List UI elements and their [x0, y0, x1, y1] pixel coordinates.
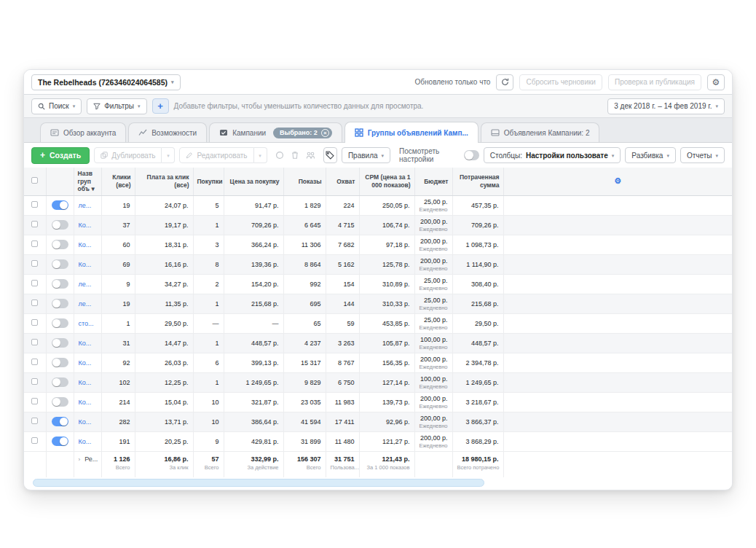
row-checkbox[interactable] — [31, 260, 38, 267]
tab-campaigns[interactable]: Кампании Выбрано: 2 × — [209, 122, 342, 142]
row-checkbox[interactable] — [31, 221, 38, 227]
search-button[interactable]: Поиск ▾ — [31, 98, 82, 114]
column-header-cpc[interactable]: Плата за клик (все) — [135, 168, 193, 195]
filter-placeholder-text: Добавьте фильтры, чтобы уменьшить количе… — [174, 102, 424, 110]
audience-icon[interactable] — [306, 151, 315, 160]
settings-button[interactable]: ⚙ — [707, 74, 725, 90]
row-checkbox[interactable] — [31, 300, 38, 306]
rules-button[interactable]: Правила ▾ — [342, 147, 390, 163]
column-header-purchases[interactable]: Покупки — [193, 168, 224, 195]
review-publish-button[interactable]: Проверка и публикация — [608, 74, 701, 90]
adset-status-toggle[interactable] — [52, 299, 68, 308]
column-header-cpm[interactable]: CPM (цена за 1 000 показов) — [359, 168, 414, 195]
cpm-cell: 156,35 р. — [359, 353, 414, 372]
adset-name-link[interactable]: ле... — [79, 281, 92, 288]
adset-name-link[interactable]: Ко... — [79, 379, 92, 386]
edit-button[interactable]: Редактировать — [179, 147, 253, 163]
horizontal-scrollbar-thumb[interactable] — [33, 479, 484, 487]
selected-count-badge[interactable]: Выбрано: 2 × — [273, 128, 332, 138]
duplicate-button[interactable]: Дублировать — [94, 147, 162, 163]
cpc-cell: 12,25 р. — [135, 372, 193, 392]
row-checkbox[interactable] — [31, 378, 38, 385]
tab-ads[interactable]: Объявления Кампании: 2 — [481, 122, 600, 142]
adset-status-toggle[interactable] — [52, 279, 68, 289]
adset-status-toggle[interactable] — [52, 358, 68, 367]
filters-button[interactable]: Фильтры ▾ — [87, 98, 146, 114]
adset-name-link[interactable]: ле... — [79, 300, 92, 308]
row-checkbox[interactable] — [31, 280, 38, 286]
tab-account-overview[interactable]: Обзор аккаунта — [40, 122, 126, 142]
view-settings-toggle[interactable] — [464, 150, 479, 160]
columns-button[interactable]: Столбцы: Настройки пользовате ▾ — [484, 147, 621, 163]
refresh-button[interactable] — [496, 74, 513, 90]
adset-name-link[interactable]: Ко... — [79, 359, 92, 367]
tag-button[interactable] — [323, 147, 337, 163]
breakdown-button[interactable]: Разбивка ▾ — [625, 147, 676, 163]
adset-status-toggle[interactable] — [52, 318, 68, 328]
column-header-clicks[interactable]: Клики (все) — [101, 168, 135, 195]
date-range-selector[interactable]: 3 дек 2018 г. – 14 фев 2019 г. ▾ — [607, 98, 725, 114]
row-checkbox[interactable] — [31, 437, 38, 444]
tag-icon — [326, 151, 334, 160]
row-checkbox[interactable] — [31, 240, 38, 247]
clear-selection-icon[interactable]: × — [321, 129, 329, 137]
cpm-cell: 97,18 р. — [359, 235, 414, 254]
adset-name-link[interactable]: Ко... — [79, 222, 92, 229]
horizontal-scrollbar-track[interactable] — [24, 477, 732, 489]
cost-per-purchase-cell: — — [224, 313, 283, 333]
add-filter-button[interactable]: + — [152, 98, 169, 114]
adset-name-link[interactable]: сто... — [79, 320, 94, 327]
clicks-cell: 19 — [101, 195, 135, 215]
trash-icon[interactable] — [291, 151, 299, 160]
column-header-reach[interactable]: Охват — [326, 168, 359, 195]
adset-status-toggle[interactable] — [52, 220, 68, 230]
row-checkbox[interactable] — [31, 418, 38, 424]
budget-period-label: Ежедневно — [420, 344, 448, 351]
campaigns-icon — [219, 128, 228, 137]
tab-opportunities[interactable]: Возможности — [128, 122, 207, 142]
row-checkbox[interactable] — [31, 201, 38, 208]
cpc-cell: 13,71 р. — [135, 412, 193, 431]
impressions-cell: 1 829 — [283, 195, 326, 215]
customize-columns-gear-icon[interactable]: ⚙ — [614, 176, 621, 185]
adset-name-link[interactable]: ле... — [79, 202, 92, 209]
adset-status-toggle[interactable] — [52, 259, 68, 269]
totals-label[interactable]: ›Ре... — [74, 451, 101, 477]
cpm-cell: 105,87 р. — [359, 333, 414, 353]
row-checkbox[interactable] — [31, 359, 38, 365]
column-header-budget[interactable]: Бюджет — [414, 168, 452, 195]
reports-button[interactable]: Отчеты ▾ — [680, 147, 725, 163]
adset-status-toggle[interactable] — [52, 397, 68, 407]
adset-status-toggle[interactable] — [52, 377, 68, 387]
adset-status-toggle[interactable] — [52, 338, 68, 348]
create-button[interactable]: + Создать — [31, 147, 90, 164]
adset-status-toggle[interactable] — [52, 437, 68, 446]
adset-name-link[interactable]: Ко... — [79, 340, 92, 347]
adset-name-link[interactable]: Ко... — [79, 418, 92, 426]
account-selector[interactable]: The Rebelheads (726346024064585) ▾ — [31, 74, 181, 90]
edit-dropdown[interactable]: ▾ — [254, 147, 267, 163]
adset-status-toggle[interactable] — [52, 240, 68, 249]
tab-ad-sets[interactable]: Группы объявлений Камп... — [344, 122, 479, 143]
chevron-down-icon: ▾ — [73, 103, 76, 109]
toolbar-icon-group — [275, 151, 315, 160]
pin-circle-icon[interactable] — [275, 151, 284, 160]
column-header-spent[interactable]: Потраченная сумма — [452, 168, 503, 195]
cpc-cell: 18,31 р. — [135, 235, 193, 254]
adset-name-link[interactable]: Ко... — [79, 399, 92, 406]
duplicate-dropdown[interactable]: ▾ — [162, 147, 175, 163]
column-header-cost-per-purchase[interactable]: Цена за покупку — [224, 168, 283, 195]
adset-name-link[interactable]: Ко... — [79, 438, 92, 445]
reach-cell: 154 — [326, 274, 359, 294]
column-header-impressions[interactable]: Показы — [283, 168, 326, 195]
row-checkbox[interactable] — [31, 398, 38, 404]
adset-name-link[interactable]: Ко... — [79, 241, 92, 248]
row-checkbox[interactable] — [31, 319, 38, 326]
row-checkbox[interactable] — [31, 339, 38, 345]
adset-status-toggle[interactable] — [52, 417, 68, 426]
discard-drafts-button[interactable]: Сбросить черновики — [519, 74, 602, 90]
select-all-checkbox[interactable] — [31, 177, 38, 184]
adset-status-toggle[interactable] — [52, 200, 68, 210]
adset-name-link[interactable]: Ко... — [79, 261, 92, 268]
column-header-name[interactable]: Назв груп объ ▾ — [74, 168, 101, 195]
